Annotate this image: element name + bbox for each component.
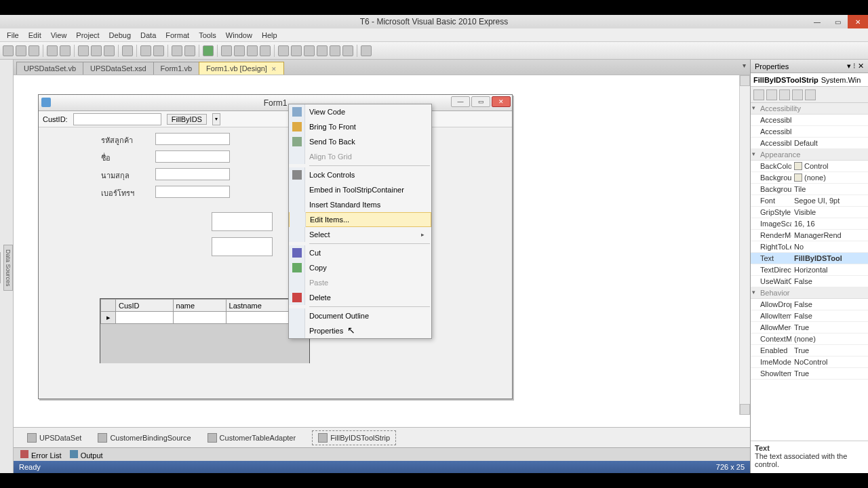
menu-window[interactable]: Window xyxy=(222,30,256,41)
menu-file[interactable]: File xyxy=(3,30,23,41)
save-icon[interactable] xyxy=(47,45,58,56)
prop-backgrounc[interactable]: Backgrounc(none) xyxy=(751,172,868,184)
properties-grid[interactable]: AccessibilityAccessibleDAccessibleNAcces… xyxy=(751,103,868,441)
menu-view[interactable]: View xyxy=(47,30,71,41)
properties-icon[interactable] xyxy=(779,89,790,100)
form-max-button[interactable]: ▭ xyxy=(471,96,490,107)
step-into-icon[interactable] xyxy=(221,45,232,56)
custid-input[interactable] xyxy=(73,113,161,125)
tab-form1-design[interactable]: Form1.vb [Design]✕ xyxy=(199,62,284,75)
tray-tableadapter[interactable]: CustomerTableAdapter xyxy=(208,433,296,443)
copy-icon[interactable] xyxy=(91,45,102,56)
error-list-icon[interactable] xyxy=(330,45,340,56)
extension-icon[interactable] xyxy=(342,45,353,56)
prop-text[interactable]: TextFillByIDSTool xyxy=(751,253,868,264)
fillbyids-toolstrip[interactable]: CustID: FillByIDS ▾ xyxy=(39,111,512,127)
tray-upsdataset[interactable]: UPSDataSet xyxy=(27,433,81,443)
context-properties[interactable]: Properties xyxy=(289,323,431,338)
new-project-icon[interactable] xyxy=(3,45,14,56)
designer-scrollbar[interactable] xyxy=(739,75,750,415)
menu-format[interactable]: Format xyxy=(161,30,193,41)
prop-imemode[interactable]: ImeModeNoControl xyxy=(751,357,868,368)
context-document-outline[interactable]: Document Outline xyxy=(289,308,431,323)
prop-gripstyle[interactable]: GripStyleVisible xyxy=(751,207,868,218)
toolstrip-add-dropdown[interactable]: ▾ xyxy=(212,113,220,125)
context-lock-controls[interactable]: Lock Controls xyxy=(289,167,431,182)
prop-accessibled[interactable]: AccessibleD xyxy=(751,115,868,126)
tray-bindingsource[interactable]: CustomerBindingSource xyxy=(98,433,191,443)
prop-enabled[interactable]: EnabledTrue xyxy=(751,345,868,357)
start-debug-icon[interactable] xyxy=(203,45,214,56)
add-item-icon[interactable] xyxy=(28,45,39,56)
prop-cat-accessibility[interactable]: Accessibility xyxy=(751,103,868,115)
property-pages-icon[interactable] xyxy=(805,89,816,100)
prop-backcolor[interactable]: BackColorControl xyxy=(751,161,868,172)
menu-data[interactable]: Data xyxy=(136,30,160,41)
categorized-icon[interactable] xyxy=(753,89,764,100)
toolbox-icon[interactable] xyxy=(317,45,328,56)
grid-col-selector[interactable] xyxy=(101,300,116,312)
prop-usewaitcur[interactable]: UseWaitCurFalse xyxy=(751,276,868,287)
events-icon[interactable] xyxy=(792,89,803,100)
step-out-icon[interactable] xyxy=(247,45,258,56)
textbox-extra-1[interactable] xyxy=(212,212,273,231)
paste-icon[interactable] xyxy=(104,45,115,56)
more-icon[interactable] xyxy=(361,45,372,56)
prop-contextmer[interactable]: ContextMer(none) xyxy=(751,333,868,345)
cut-icon[interactable] xyxy=(78,45,89,56)
tab-upsdataset-vb[interactable]: UPSDataSet.vb xyxy=(16,62,83,75)
tab-form1-vb[interactable]: Form1.vb xyxy=(153,62,199,75)
menu-edit[interactable]: Edit xyxy=(24,30,45,41)
side-tab-data-sources[interactable]: Data Sources xyxy=(3,245,13,291)
prop-allowdrop[interactable]: AllowDropFalse xyxy=(751,299,868,310)
prop-accessiblen[interactable]: AccessibleN xyxy=(751,126,868,138)
textbox-phone[interactable] xyxy=(155,186,230,198)
prop-accessibler[interactable]: AccessibleRDefault xyxy=(751,138,868,149)
grid-col-name[interactable]: name xyxy=(173,300,226,312)
prop-righttolef[interactable]: RightToLefNo xyxy=(751,241,868,253)
context-edit-items-[interactable]: Edit Items... xyxy=(289,212,431,227)
side-tab-toolbox[interactable]: Toolbox xyxy=(0,252,1,283)
context-cut[interactable]: Cut xyxy=(289,245,431,260)
prop-textdirectio[interactable]: TextDirectioHorizontal xyxy=(751,264,868,276)
step-over-icon[interactable] xyxy=(234,45,245,56)
properties-icon[interactable] xyxy=(291,45,302,56)
grid-col-cusid[interactable]: CusID xyxy=(116,300,174,312)
prop-allowmerge[interactable]: AllowMergeTrue xyxy=(751,322,868,333)
prop-showitemt[interactable]: ShowItemTTrue xyxy=(751,368,868,380)
minimize-button[interactable]: ― xyxy=(807,15,827,28)
redo-icon[interactable] xyxy=(184,45,195,56)
uncomment-icon[interactable] xyxy=(153,45,164,56)
prop-cat-behavior[interactable]: Behavior xyxy=(751,287,868,299)
form1-window[interactable]: Form1 ― ▭ ✕ CustID: FillByIDS ▾ xyxy=(38,94,513,399)
close-button[interactable]: ✕ xyxy=(848,15,868,28)
context-copy[interactable]: Copy xyxy=(289,260,431,275)
immediate-icon[interactable] xyxy=(260,45,271,56)
comment-icon[interactable] xyxy=(140,45,151,56)
error-list-tab[interactable]: Error List xyxy=(20,450,62,460)
undo-icon[interactable] xyxy=(172,45,182,56)
open-icon[interactable] xyxy=(16,45,26,56)
context-send-to-back[interactable]: Send To Back xyxy=(289,134,431,149)
textbox-extra-2[interactable] xyxy=(212,237,273,256)
datagridview[interactable]: CusID name Lastname ▸ xyxy=(100,298,310,363)
context-insert-standard-items[interactable]: Insert Standard Items xyxy=(289,197,431,212)
textbox-custid[interactable] xyxy=(155,133,230,145)
save-all-icon[interactable] xyxy=(60,45,71,56)
grid-cell[interactable] xyxy=(116,312,174,324)
textbox-lastname[interactable] xyxy=(155,168,230,180)
tray-fillbyidstoolstrip[interactable]: FillByIDSToolStrip xyxy=(312,430,396,445)
prop-cat-appearance[interactable]: Appearance xyxy=(751,149,868,161)
grid-cell[interactable] xyxy=(173,312,226,324)
prop-rendermod[interactable]: RenderModManagerRend xyxy=(751,230,868,241)
textbox-name[interactable] xyxy=(155,150,230,163)
context-bring-to-front[interactable]: Bring To Front xyxy=(289,119,431,134)
properties-selector[interactable]: FillByIDSToolStripSystem.Win xyxy=(751,73,868,87)
context-select[interactable]: Select▸ xyxy=(289,227,431,242)
context-delete[interactable]: Delete xyxy=(289,290,431,305)
tab-overflow-icon[interactable]: ▾ xyxy=(743,62,746,69)
form-min-button[interactable]: ― xyxy=(451,96,470,107)
sol-explorer-icon[interactable] xyxy=(278,45,289,56)
context-embed-in-toolstripcontainer[interactable]: Embed in ToolStripContainer xyxy=(289,182,431,197)
close-tab-icon[interactable]: ✕ xyxy=(271,66,277,73)
